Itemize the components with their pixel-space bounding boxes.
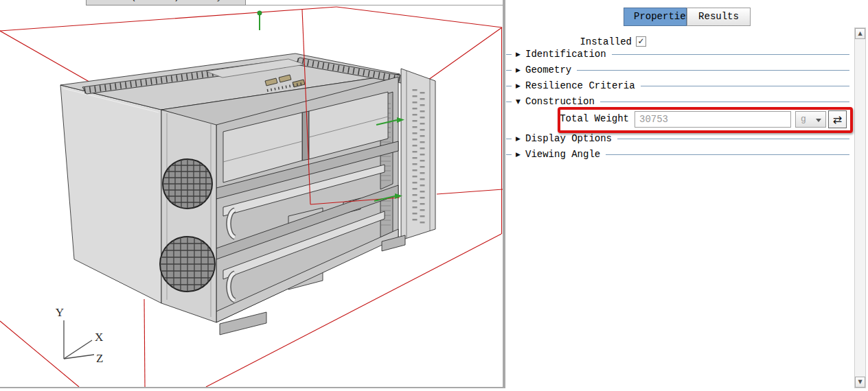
3d-viewport[interactable]: Y X Z PWB (Chassis) Summary B xyxy=(0,0,505,388)
viewport-tab-truncated[interactable]: PWB (Chassis) Summary xyxy=(86,0,246,5)
viewport-tab-label: PWB (Chassis) Summary xyxy=(87,0,245,2)
tab-results[interactable]: Results xyxy=(687,8,751,26)
unit-convert-button[interactable]: ⇄ xyxy=(828,110,847,128)
section-dash xyxy=(506,154,512,155)
section-rule xyxy=(617,139,849,139)
collapse-arrow-icon[interactable]: ▶ xyxy=(516,51,525,58)
section-rule xyxy=(641,86,849,86)
section-dash xyxy=(506,102,512,102)
axis-label-x: X xyxy=(95,331,103,344)
toolbar-fragment: B xyxy=(19,0,32,4)
scroll-down-icon[interactable]: ▼ xyxy=(855,377,865,388)
installed-checkbox[interactable]: ✓ xyxy=(636,36,646,47)
section-dash xyxy=(506,70,512,71)
unit-dropdown[interactable]: g xyxy=(795,111,826,128)
collapse-arrow-icon[interactable]: ▶ xyxy=(516,151,525,158)
axis-triad: Y X Z xyxy=(56,306,104,365)
section-resilience-criteria[interactable]: ▶ Resilience Criteria xyxy=(506,80,849,91)
section-rule xyxy=(612,54,849,55)
installed-row: Installed ✓ xyxy=(505,36,868,47)
collapse-arrow-icon[interactable]: ▶ xyxy=(516,67,525,73)
panel-scrollbar[interactable]: ▲ ▼ xyxy=(854,27,866,388)
section-dash xyxy=(506,54,512,55)
unit-selected-value: g xyxy=(801,114,806,124)
section-dash xyxy=(506,86,512,86)
chassis-3d-scene: Y X Z xyxy=(0,0,503,387)
axis-label-y: Y xyxy=(56,306,64,319)
app-window: Y X Z PWB (Chassis) Summary B Properties… xyxy=(0,0,868,391)
section-rule xyxy=(606,154,849,155)
scroll-up-icon[interactable]: ▲ xyxy=(855,28,865,39)
tabstrip-divider xyxy=(246,5,503,5)
collapse-arrow-icon[interactable]: ▶ xyxy=(516,82,525,89)
properties-panel: Properties Results Installed ✓ ▶ Identif… xyxy=(505,0,868,391)
axis-label-z: Z xyxy=(96,352,103,365)
section-rule xyxy=(577,70,849,71)
section-identification[interactable]: ▶ Identification xyxy=(506,49,849,60)
panel-tabs: Properties Results xyxy=(624,8,751,26)
fan-grille-upper xyxy=(163,159,212,209)
section-geometry[interactable]: ▶ Geometry xyxy=(506,64,849,75)
installed-label: Installed xyxy=(505,36,632,47)
section-viewing-angle[interactable]: ▶ Viewing Angle xyxy=(506,149,849,160)
total-weight-input[interactable] xyxy=(635,111,791,128)
section-dash xyxy=(506,139,512,139)
section-rule xyxy=(600,102,849,102)
section-display-options[interactable]: ▶ Display Options xyxy=(506,133,849,144)
section-construction[interactable]: ▼ Construction xyxy=(506,96,849,107)
collapse-arrow-icon[interactable]: ▶ xyxy=(516,135,525,142)
expand-arrow-icon[interactable]: ▼ xyxy=(516,98,525,105)
chassis-model xyxy=(60,54,435,335)
tab-properties[interactable]: Properties xyxy=(624,8,687,26)
total-weight-label: Total Weight xyxy=(505,113,629,124)
fan-grille-lower xyxy=(160,237,215,292)
dropdown-arrow-icon xyxy=(816,119,821,122)
swap-arrows-icon: ⇄ xyxy=(833,113,842,126)
